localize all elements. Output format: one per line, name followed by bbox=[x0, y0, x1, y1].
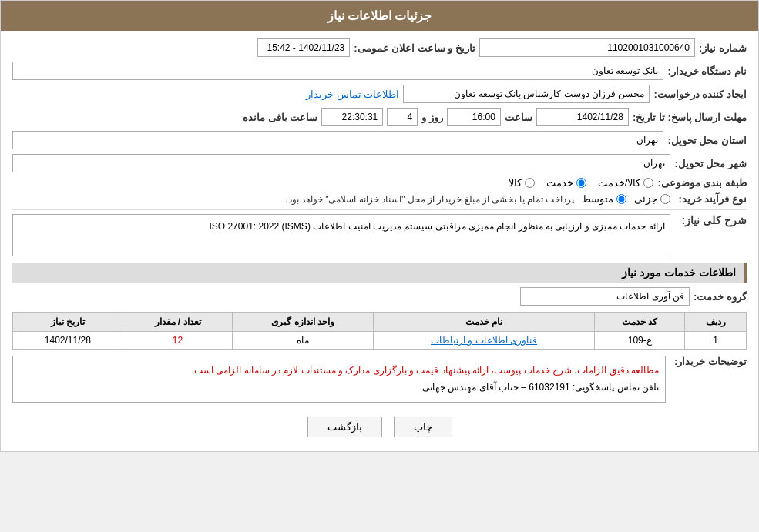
category-label-kala-khedmat: کالا/خدمت bbox=[598, 177, 641, 189]
row-group-service: گروه خدمت: bbox=[12, 287, 747, 306]
process-label-motavaset: متوسط bbox=[582, 193, 613, 205]
days-label: روز و bbox=[421, 112, 443, 123]
category-radio-kala[interactable] bbox=[525, 178, 535, 188]
page-wrapper: جزئیات اطلاعات نیاز شماره نیاز: تاریخ و … bbox=[0, 0, 759, 452]
cell-quantity: 12 bbox=[123, 332, 233, 350]
buyer-notes-content: مطالعه دقیق الزامات، شرح خدمات پیوست، ار… bbox=[12, 356, 666, 403]
category-label: طبقه بندی موضوعی: bbox=[657, 177, 747, 189]
table-row: 1 ع-109 فناوری اطلاعات و ارتباطات ماه 12… bbox=[13, 332, 747, 350]
col-header-unit: واحد اندازه گیری bbox=[233, 313, 374, 332]
row-city: شهر محل تحویل: bbox=[12, 154, 747, 172]
category-option-khedmat[interactable]: خدمت bbox=[546, 177, 586, 189]
group-service-input[interactable] bbox=[520, 287, 690, 306]
row-buyer-org: نام دستگاه خریدار: bbox=[12, 62, 747, 80]
announce-datetime-input[interactable] bbox=[257, 38, 350, 57]
row-need-number: شماره نیاز: تاریخ و ساعت اعلان عمومی: bbox=[12, 38, 747, 57]
category-label-kala: کالا bbox=[509, 177, 522, 189]
need-number-label: شماره نیاز: bbox=[699, 42, 747, 54]
row-buyer-notes: توضیحات خریدار: مطالعه دقیق الزامات، شرح… bbox=[12, 356, 747, 403]
row-category: طبقه بندی موضوعی: کالا/خدمت خدمت کالا bbox=[12, 177, 747, 189]
response-time-input[interactable] bbox=[447, 108, 501, 126]
col-header-quantity: تعداد / مقدار bbox=[123, 313, 233, 332]
services-table-body: 1 ع-109 فناوری اطلاعات و ارتباطات ماه 12… bbox=[13, 332, 747, 350]
divider-1 bbox=[12, 209, 747, 210]
creator-label: ایجاد کننده درخواست: bbox=[653, 89, 747, 100]
category-radio-group: کالا/خدمت خدمت کالا bbox=[509, 177, 654, 189]
services-table: ردیف کد خدمت نام خدمت واحد اندازه گیری ت… bbox=[12, 312, 747, 350]
buyer-notes-red-text: مطالعه دقیق الزامات، شرح خدمات پیوست، ار… bbox=[192, 365, 659, 376]
days-input[interactable] bbox=[387, 108, 418, 126]
city-input[interactable] bbox=[12, 154, 670, 172]
row-process-type: نوع فرآیند خرید: جزئی متوسط پرداخت تمام … bbox=[12, 193, 747, 205]
services-table-section: ردیف کد خدمت نام خدمت واحد اندازه گیری ت… bbox=[12, 312, 747, 350]
response-date-input[interactable] bbox=[536, 108, 629, 126]
cell-code: ع-109 bbox=[595, 332, 685, 350]
col-header-row: ردیف bbox=[685, 313, 747, 332]
row-creator: ایجاد کننده درخواست: اطلاعات تماس خریدار bbox=[12, 85, 747, 103]
row-need-description: شرح کلی نیاز: bbox=[12, 214, 747, 256]
print-button[interactable]: چاپ bbox=[394, 417, 452, 437]
content-area: شماره نیاز: تاریخ و ساعت اعلان عمومی: نا… bbox=[1, 31, 758, 451]
page-title: جزئیات اطلاعات نیاز bbox=[327, 9, 432, 22]
need-description-textarea[interactable] bbox=[12, 214, 670, 256]
col-header-name: نام خدمت bbox=[374, 313, 595, 332]
process-radio-jozii[interactable] bbox=[660, 194, 670, 204]
response-time-label: ساعت bbox=[505, 112, 532, 123]
col-header-code: کد خدمت bbox=[595, 313, 685, 332]
buyer-org-input[interactable] bbox=[12, 62, 663, 80]
process-type-motavaset[interactable]: متوسط bbox=[582, 193, 626, 205]
row-response-deadline: مهلت ارسال پاسخ: تا تاریخ: ساعت روز و سا… bbox=[12, 108, 747, 126]
services-table-head: ردیف کد خدمت نام خدمت واحد اندازه گیری ت… bbox=[13, 313, 747, 332]
category-label-khedmat: خدمت bbox=[546, 177, 573, 189]
contact-link[interactable]: اطلاعات تماس خریدار bbox=[306, 89, 399, 100]
buyer-notes-label: توضیحات خریدار: bbox=[670, 356, 747, 367]
service-section-title: اطلاعات خدمات مورد نیاز bbox=[12, 263, 747, 283]
process-label-jozii: جزئی bbox=[634, 193, 657, 205]
bottom-buttons: چاپ بازگشت bbox=[12, 407, 747, 443]
remaining-time-label: ساعت باقی مانده bbox=[243, 112, 317, 123]
col-header-date: تاریخ نیاز bbox=[13, 313, 123, 332]
need-number-input[interactable] bbox=[479, 38, 695, 57]
category-radio-kala-khedmat[interactable] bbox=[643, 178, 653, 188]
process-type-label: نوع فرآیند خرید: bbox=[678, 193, 747, 205]
cell-name[interactable]: فناوری اطلاعات و ارتباطات bbox=[374, 332, 595, 350]
buyer-org-label: نام دستگاه خریدار: bbox=[667, 65, 747, 77]
response-deadline-label: مهلت ارسال پاسخ: تا تاریخ: bbox=[633, 112, 747, 123]
row-province: استان محل تحویل: bbox=[12, 131, 747, 149]
cell-date: 1402/11/28 bbox=[13, 332, 123, 350]
remaining-time-input[interactable] bbox=[321, 108, 383, 126]
process-type-jozii[interactable]: جزئی bbox=[634, 193, 670, 205]
services-table-header-row: ردیف کد خدمت نام خدمت واحد اندازه گیری ت… bbox=[13, 313, 747, 332]
cell-unit: ماه bbox=[233, 332, 374, 350]
cell-row-num: 1 bbox=[685, 332, 747, 350]
province-label: استان محل تحویل: bbox=[667, 135, 747, 146]
category-option-kala[interactable]: کالا bbox=[509, 177, 535, 189]
category-option-kala-khedmat[interactable]: کالا/خدمت bbox=[598, 177, 654, 189]
city-label: شهر محل تحویل: bbox=[674, 158, 747, 169]
group-service-label: گروه خدمت: bbox=[694, 291, 747, 303]
creator-input[interactable] bbox=[403, 85, 650, 103]
need-description-label: شرح کلی نیاز: bbox=[682, 214, 747, 226]
back-button[interactable]: بازگشت bbox=[307, 417, 382, 437]
page-header: جزئیات اطلاعات نیاز bbox=[1, 1, 758, 31]
announce-datetime-label: تاریخ و ساعت اعلان عمومی: bbox=[354, 42, 475, 54]
buyer-notes-normal-text: تلفن تماس پاسخگویی: 61032191 – جناب آقای… bbox=[422, 382, 659, 393]
category-radio-khedmat[interactable] bbox=[576, 178, 586, 188]
process-note: پرداخت تمام یا بخشی از مبلغ خریدار از مح… bbox=[285, 194, 574, 205]
process-radio-motavaset[interactable] bbox=[616, 194, 626, 204]
province-input[interactable] bbox=[12, 131, 663, 149]
